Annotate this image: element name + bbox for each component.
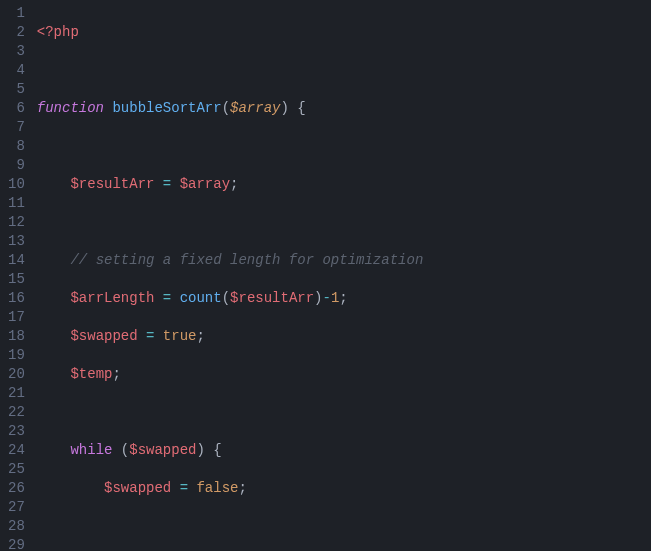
line-number: 18 <box>8 327 25 346</box>
code-line[interactable] <box>37 517 651 536</box>
code-line[interactable]: $swapped = false; <box>37 479 651 498</box>
line-number: 3 <box>8 42 25 61</box>
line-number: 28 <box>8 517 25 536</box>
variable: $resultArr <box>70 176 154 192</box>
keyword-function: function <box>37 100 104 116</box>
line-number: 23 <box>8 422 25 441</box>
line-number: 26 <box>8 479 25 498</box>
line-number: 19 <box>8 346 25 365</box>
line-number: 21 <box>8 384 25 403</box>
code-line[interactable]: while ($swapped) { <box>37 441 651 460</box>
line-number: 14 <box>8 251 25 270</box>
function-call: count <box>180 290 222 306</box>
code-line[interactable]: <?php <box>37 23 651 42</box>
line-number: 24 <box>8 441 25 460</box>
line-number: 15 <box>8 270 25 289</box>
line-number: 27 <box>8 498 25 517</box>
line-number-gutter: 1 2 3 4 5 6 7 8 9 10 11 12 13 14 15 16 1… <box>0 0 37 551</box>
line-number: 12 <box>8 213 25 232</box>
line-number: 22 <box>8 403 25 422</box>
variable: $temp <box>70 366 112 382</box>
line-number: 13 <box>8 232 25 251</box>
variable: $swapped <box>104 480 171 496</box>
code-line[interactable] <box>37 403 651 422</box>
line-number: 16 <box>8 289 25 308</box>
code-line[interactable]: $resultArr = $array; <box>37 175 651 194</box>
php-open-tag: <?php <box>37 24 79 40</box>
code-line[interactable] <box>37 213 651 232</box>
parameter: $array <box>230 100 280 116</box>
code-line[interactable]: $arrLength = count($resultArr)-1; <box>37 289 651 308</box>
line-number: 29 <box>8 536 25 551</box>
boolean: true <box>163 328 197 344</box>
line-number: 8 <box>8 137 25 156</box>
code-editor[interactable]: <?php function bubbleSortArr($array) { $… <box>37 0 651 551</box>
variable: $array <box>180 176 230 192</box>
code-line[interactable]: function bubbleSortArr($array) { <box>37 99 651 118</box>
line-number: 25 <box>8 460 25 479</box>
line-number: 6 <box>8 99 25 118</box>
function-name: bubbleSortArr <box>112 100 221 116</box>
line-number: 20 <box>8 365 25 384</box>
code-line[interactable]: // setting a fixed length for optimizati… <box>37 251 651 270</box>
comment: // setting a fixed length for optimizati… <box>70 252 423 268</box>
variable: $swapped <box>70 328 137 344</box>
variable: $arrLength <box>70 290 154 306</box>
code-line[interactable] <box>37 61 651 80</box>
line-number: 10 <box>8 175 25 194</box>
line-number: 9 <box>8 156 25 175</box>
line-number: 2 <box>8 23 25 42</box>
code-line[interactable]: $temp; <box>37 365 651 384</box>
code-line[interactable] <box>37 137 651 156</box>
line-number: 17 <box>8 308 25 327</box>
boolean: false <box>196 480 238 496</box>
line-number: 7 <box>8 118 25 137</box>
line-number: 4 <box>8 61 25 80</box>
code-line[interactable]: $swapped = true; <box>37 327 651 346</box>
line-number: 11 <box>8 194 25 213</box>
line-number: 1 <box>8 4 25 23</box>
line-number: 5 <box>8 80 25 99</box>
keyword-while: while <box>70 442 112 458</box>
